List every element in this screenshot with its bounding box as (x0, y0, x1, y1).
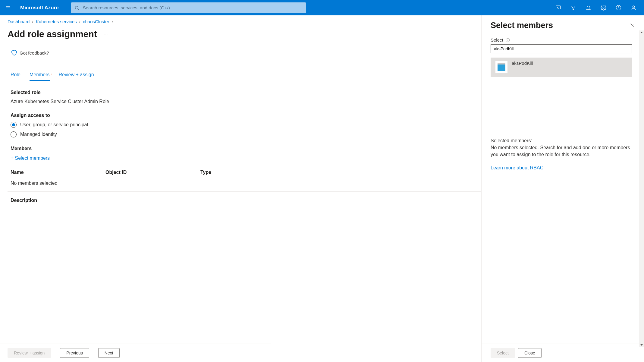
header-actions (551, 0, 644, 15)
crumb-dashboard[interactable]: Dashboard (8, 19, 30, 24)
plus-icon: + (11, 155, 14, 161)
th-name: Name (11, 170, 105, 175)
svg-rect-5 (556, 6, 560, 9)
heart-icon (11, 49, 17, 56)
search-input[interactable] (83, 5, 306, 10)
svg-marker-7 (571, 6, 575, 10)
cloud-shell-icon[interactable] (551, 0, 566, 15)
search-icon (74, 5, 79, 10)
bottom-bar: Review + assign Previous Next (0, 344, 271, 362)
crumb-cluster[interactable]: chaosCluster (83, 19, 109, 24)
panel-select-label: Select (491, 37, 503, 42)
th-object-id: Object ID (105, 170, 200, 175)
panel-scrollbar[interactable] (639, 30, 644, 347)
settings-icon[interactable] (596, 0, 611, 15)
selected-members-label: Selected members: (491, 137, 632, 144)
panel-select-button: Select (491, 348, 515, 358)
notifications-icon[interactable] (581, 0, 596, 15)
tab-members[interactable]: Members. (30, 72, 50, 81)
member-search-input[interactable] (491, 44, 632, 53)
panel-close-button-footer[interactable]: Close (518, 348, 542, 358)
panel-title: Select members (491, 21, 553, 30)
previous-button[interactable]: Previous (60, 348, 89, 358)
more-actions-icon[interactable]: ⋯ (104, 32, 108, 36)
radio-icon (11, 131, 17, 137)
result-name: aksPodKill (512, 61, 533, 66)
page-title: Add role assignment (8, 29, 97, 39)
help-icon[interactable] (611, 0, 626, 15)
filter-icon[interactable] (566, 0, 581, 15)
radio-user-label: User, group, or service principal (20, 122, 88, 127)
experiment-icon (495, 61, 507, 73)
panel-close-button[interactable] (630, 23, 635, 29)
page: Dashboard› Kubernetes services› chaosClu… (0, 15, 644, 362)
select-members-panel: Select members Select aksPodKill Selecte… (481, 15, 644, 362)
radio-managed-label: Managed identity (20, 132, 57, 137)
svg-point-3 (75, 6, 78, 9)
brand-label[interactable]: Microsoft Azure (20, 5, 59, 11)
tab-role[interactable]: Role (11, 72, 20, 81)
next-button[interactable]: Next (98, 348, 120, 358)
global-search[interactable] (71, 2, 306, 13)
panel-footer: Select Close (482, 344, 644, 362)
review-assign-button: Review + assign (8, 348, 51, 358)
info-icon[interactable] (506, 38, 510, 42)
svg-line-4 (78, 9, 79, 10)
crumb-kubernetes[interactable]: Kubernetes services (36, 19, 77, 24)
account-icon[interactable] (626, 0, 641, 15)
hamburger-menu[interactable] (0, 0, 16, 15)
close-icon (630, 23, 635, 28)
top-header: Microsoft Azure (0, 0, 644, 15)
search-result-item[interactable]: aksPodKill (491, 58, 632, 77)
radio-icon (11, 122, 17, 128)
learn-rbac-link[interactable]: Learn more about RBAC (491, 164, 632, 171)
feedback-label: Got feedback? (20, 50, 49, 55)
selected-members-empty: No members selected. Search for and add … (491, 144, 632, 158)
th-type: Type (200, 170, 261, 175)
svg-point-11 (633, 6, 634, 8)
svg-point-8 (603, 7, 604, 8)
tab-review[interactable]: Review + assign (59, 72, 94, 81)
